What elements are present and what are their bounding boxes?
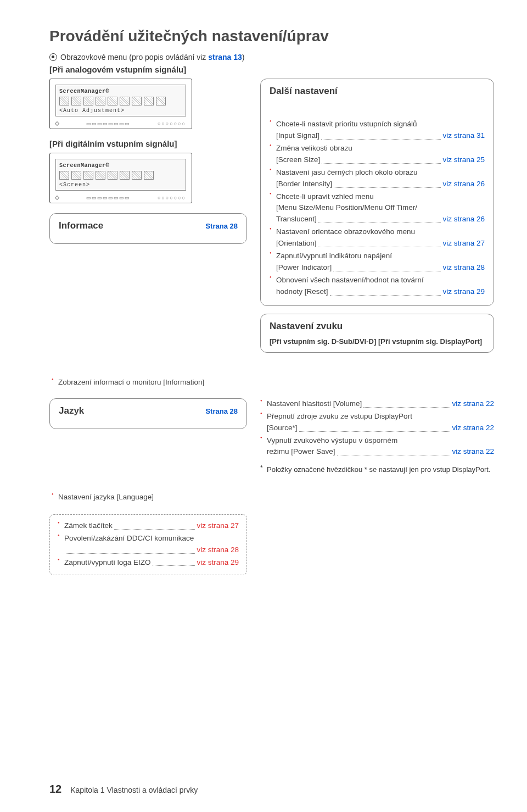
- list-item: Přepnutí zdroje zvuku ze vstupu DisplayP…: [260, 411, 494, 434]
- item-sub2: Translucent]: [276, 214, 317, 225]
- osd-icon: [108, 97, 117, 105]
- sound-title: Nastavení zvuku: [270, 321, 485, 332]
- list-item: Vypnutí zvukového výstupu v úsporném rež…: [260, 435, 494, 458]
- item-sub: hodnoty [Reset]: [276, 286, 328, 298]
- item-text: Zámek tlačítek: [64, 520, 113, 532]
- monitor-digital: ScreenManager® <Screen> ▭: [49, 153, 192, 203]
- item-text: Změna velikosti obrazu: [276, 144, 352, 152]
- osd-icon: [108, 171, 117, 180]
- list-item: Nastavení jazyka [Language]: [52, 492, 494, 503]
- item-sub: [Power Indicator]: [276, 262, 332, 274]
- list-item: Nastavení jasu černých ploch okolo obraz…: [270, 167, 485, 190]
- sound-list: Nastavení hlasitosti [Volume]viz strana …: [260, 398, 494, 458]
- bullet-icon: [49, 53, 57, 61]
- digital-label: [Při digitálním vstupním signálu]: [49, 139, 247, 148]
- item-ref[interactable]: viz strana 26: [442, 179, 485, 190]
- item-sub: [Input Signal]: [276, 130, 319, 142]
- osd-icon: [59, 171, 69, 180]
- list-item: Zapnutí/vypnutí indikátoru napájení [Pow…: [270, 251, 485, 274]
- osd-icon: [132, 171, 142, 180]
- list-item: Změna velikosti obrazu [Screen Size]viz …: [270, 143, 485, 166]
- item-text: Vypnutí zvukového výstupu v úsporném: [267, 436, 397, 444]
- osd-icon: [132, 97, 142, 105]
- osd-icon: [144, 171, 154, 180]
- lang-title: Jazyk: [59, 405, 84, 416]
- osd-icon: [59, 97, 69, 105]
- item-text: Chcete-li upravit vzhled menu: [276, 192, 374, 201]
- osd-brand: ScreenManager®: [59, 88, 182, 94]
- osd-icon: [71, 171, 81, 180]
- item-ref[interactable]: viz strana 31: [442, 130, 485, 142]
- osd-icon: [71, 97, 81, 105]
- list-item: Nastavení orientace obrazovkového menu […: [270, 226, 485, 249]
- list-item: Chcete-li nastavit prioritu vstupních si…: [270, 119, 485, 142]
- item-sub: [Border Intensity]: [276, 179, 332, 190]
- item-ref[interactable]: viz strana 28: [442, 262, 485, 274]
- intro-suffix: ): [242, 53, 245, 62]
- item-ref[interactable]: viz strana 22: [452, 422, 494, 434]
- monitor-buttons-icon: ▭▭▭▭▭▭▭▭: [86, 195, 130, 201]
- item-ref[interactable]: viz strana 25: [442, 154, 485, 166]
- item-ref[interactable]: viz strana 26: [442, 214, 485, 225]
- item-sub: režimu [Power Save]: [267, 446, 335, 458]
- list-item: Nastavení hlasitosti [Volume]viz strana …: [260, 398, 494, 410]
- monitor-dots-icon: ○○○○○○○: [158, 195, 186, 201]
- osd-icon: [83, 97, 93, 105]
- item-ref[interactable]: viz strana 22: [452, 398, 494, 410]
- osd-icon: [120, 171, 130, 180]
- list-item: Zámek tlačítekviz strana 27: [58, 520, 239, 532]
- monitor-analog: ScreenManager® <Auto Adjustment>: [49, 79, 192, 129]
- page-title: Provádění užitečných nastavení/úprav: [49, 27, 494, 45]
- item-ref[interactable]: viz strana 22: [452, 446, 494, 458]
- item-ref[interactable]: viz strana 28: [197, 544, 239, 556]
- intro-link[interactable]: strana 13: [208, 53, 242, 62]
- others-title: Další nastavení: [270, 86, 485, 97]
- footer-text: Kapitola 1 Vlastnosti a ovládací prvky: [70, 786, 198, 794]
- osd-icon: [96, 97, 105, 105]
- osd-icon: [120, 97, 130, 105]
- osd-icon: [156, 97, 166, 105]
- sound-note: Položky označené hvězdičkou * se nastavu…: [260, 464, 494, 475]
- item-text: Přepnutí zdroje zvuku ze vstupu DisplayP…: [267, 412, 412, 420]
- osd-icon: [83, 171, 93, 180]
- list-item: Povolení/zakázání DDC/CI komunikace viz …: [58, 533, 239, 556]
- item-text: Nastavení jazyka [Language]: [58, 493, 154, 501]
- monitor-led-icon: [55, 121, 59, 126]
- info-title: Informace: [59, 220, 103, 231]
- info-panel: Informace Strana 28: [49, 213, 247, 244]
- others-panel: Další nastavení Chcete-li nastavit prior…: [260, 79, 494, 306]
- item-text: Nastavení orientace obrazovkového menu: [276, 227, 415, 236]
- intro-prefix: Obrazovkové menu (pro popis ovládání viz: [60, 53, 208, 62]
- item-text: Zobrazení informací o monitoru [Informat…: [58, 378, 204, 386]
- item-sub: [Source*]: [267, 422, 298, 434]
- item-sub: [Screen Size]: [276, 154, 320, 166]
- intro-line: Obrazovkové menu (pro popis ovládání viz…: [49, 53, 494, 62]
- sound-panel: Nastavení zvuku [Při vstupním sig. D-Sub…: [260, 314, 494, 353]
- osd-icon: [96, 171, 105, 180]
- item-sub: [Menu Size/Menu Position/Menu Off Timer/: [276, 203, 417, 212]
- osd-icon: [144, 97, 154, 105]
- lang-panel: Jazyk Strana 28: [49, 398, 247, 429]
- others-list: Chcete-li nastavit prioritu vstupních si…: [270, 119, 485, 298]
- item-text: Chcete-li nastavit prioritu vstupních si…: [276, 120, 417, 128]
- monitor-led-icon: [55, 196, 59, 200]
- item-text: Zapnutí/vypnutí loga EIZO: [64, 557, 151, 569]
- item-ref[interactable]: viz strana 29: [197, 557, 239, 569]
- monitor-buttons-icon: ▭▭▭▭▭▭▭▭: [86, 121, 130, 126]
- analog-label: [Při analogovém vstupním signálu]: [49, 65, 494, 74]
- osd-brand: ScreenManager®: [59, 163, 182, 169]
- item-text: Nastavení jasu černých ploch okolo obraz…: [276, 168, 417, 176]
- item-ref[interactable]: viz strana 27: [442, 238, 485, 249]
- lang-pageref[interactable]: Strana 28: [205, 407, 238, 415]
- osd-label: <Auto Adjustment>: [59, 108, 182, 114]
- footer: 12 Kapitola 1 Vlastnosti a ovládací prvk…: [49, 783, 198, 796]
- item-ref[interactable]: viz strana 29: [442, 286, 485, 298]
- item-ref[interactable]: viz strana 27: [197, 520, 239, 532]
- osd-label: <Screen>: [59, 182, 182, 188]
- info-pageref[interactable]: Strana 28: [205, 222, 238, 230]
- item-text: Povolení/zakázání DDC/CI komunikace: [64, 534, 194, 542]
- list-item: Zapnutí/vypnutí loga EIZOviz strana 29: [58, 557, 239, 569]
- list-item: Obnovení všech nastavení/hodnot na továr…: [270, 275, 485, 298]
- item-text: Zapnutí/vypnutí indikátoru napájení: [276, 252, 392, 260]
- item-text: Nastavení hlasitosti [Volume]: [267, 398, 362, 410]
